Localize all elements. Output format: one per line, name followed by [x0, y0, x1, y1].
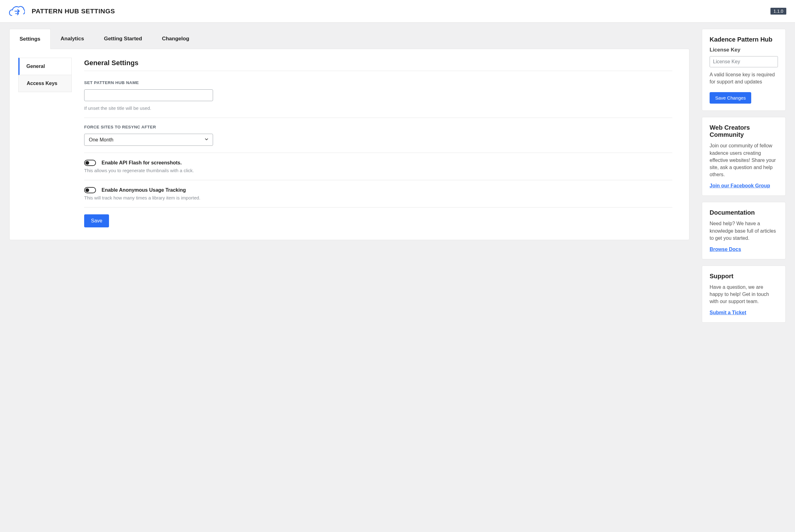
- page-title: PATTERN HUB SETTINGS: [32, 7, 115, 15]
- main-container: Settings Analytics Getting Started Chang…: [0, 23, 795, 329]
- main-column: Settings Analytics Getting Started Chang…: [9, 29, 689, 240]
- tab-settings[interactable]: Settings: [9, 29, 51, 49]
- hub-name-help: If unset the site title will be used.: [84, 106, 672, 111]
- sidenav-access-keys[interactable]: Access Keys: [18, 75, 72, 92]
- content-heading: General Settings: [84, 59, 672, 71]
- docs-text: Need help? We have a knowledge base full…: [710, 220, 778, 242]
- side-nav: General Access Keys: [10, 49, 72, 240]
- license-input[interactable]: [710, 56, 778, 67]
- resync-select[interactable]: One Month: [84, 134, 213, 146]
- community-text: Join our community of fellow kadence use…: [710, 142, 778, 178]
- settings-content: General Settings SET PATTERN HUB NAME If…: [72, 49, 689, 240]
- header-left: PATTERN HUB SETTINGS: [9, 4, 115, 18]
- community-card: Web Creators Community Join our communit…: [702, 117, 786, 196]
- community-title: Web Creators Community: [710, 124, 778, 138]
- tracking-row: Enable Anonymous Usage Tracking: [84, 187, 672, 193]
- docs-title: Documentation: [710, 209, 778, 216]
- tab-analytics[interactable]: Analytics: [51, 29, 94, 49]
- resync-label: FORCE SITES TO RESYNC AFTER: [84, 125, 672, 129]
- resync-select-wrap: One Month: [84, 134, 213, 146]
- license-label: License Key: [710, 47, 778, 53]
- api-flash-help: This allows you to regenerate thumbnails…: [84, 168, 672, 173]
- app-header: PATTERN HUB SETTINGS 1.1.0: [0, 0, 795, 23]
- api-flash-label: Enable API Flash for screenshots.: [102, 160, 182, 166]
- support-title: Support: [710, 273, 778, 280]
- tracking-help: This will track how many times a library…: [84, 195, 672, 201]
- license-title: Kadence Pattern Hub: [710, 36, 778, 43]
- community-link[interactable]: Join our Facebook Group: [710, 183, 770, 188]
- api-flash-row: Enable API Flash for screenshots.: [84, 160, 672, 166]
- toggle-knob: [85, 161, 89, 165]
- version-badge: 1.1.0: [771, 8, 786, 15]
- hub-name-input[interactable]: [84, 89, 213, 101]
- tab-getting-started[interactable]: Getting Started: [94, 29, 152, 49]
- tracking-label: Enable Anonymous Usage Tracking: [102, 187, 186, 193]
- save-button[interactable]: Save: [84, 214, 109, 227]
- settings-panel: General Access Keys General Settings SET…: [9, 49, 689, 240]
- docs-link[interactable]: Browse Docs: [710, 247, 741, 252]
- setting-api-flash: Enable API Flash for screenshots. This a…: [84, 153, 672, 180]
- license-card: Kadence Pattern Hub License Key A valid …: [702, 29, 786, 111]
- toggle-knob: [85, 188, 89, 192]
- sidenav-general[interactable]: General: [18, 58, 72, 75]
- setting-hub-name: SET PATTERN HUB NAME If unset the site t…: [84, 78, 672, 118]
- logo-icon: [9, 4, 25, 18]
- tab-changelog[interactable]: Changelog: [152, 29, 199, 49]
- tracking-toggle[interactable]: [84, 187, 96, 193]
- setting-tracking: Enable Anonymous Usage Tracking This wil…: [84, 180, 672, 208]
- top-tabs: Settings Analytics Getting Started Chang…: [9, 29, 689, 49]
- support-text: Have a question, we are happy to help! G…: [710, 284, 778, 305]
- setting-resync: FORCE SITES TO RESYNC AFTER One Month: [84, 118, 672, 153]
- license-help: A valid license key is required for supp…: [710, 71, 778, 85]
- docs-card: Documentation Need help? We have a knowl…: [702, 202, 786, 259]
- right-sidebar: Kadence Pattern Hub License Key A valid …: [702, 29, 786, 323]
- support-card: Support Have a question, we are happy to…: [702, 266, 786, 323]
- support-link[interactable]: Submit a Ticket: [710, 310, 746, 315]
- license-save-button[interactable]: Save Changes: [710, 92, 751, 103]
- hub-name-label: SET PATTERN HUB NAME: [84, 80, 672, 85]
- api-flash-toggle[interactable]: [84, 160, 96, 166]
